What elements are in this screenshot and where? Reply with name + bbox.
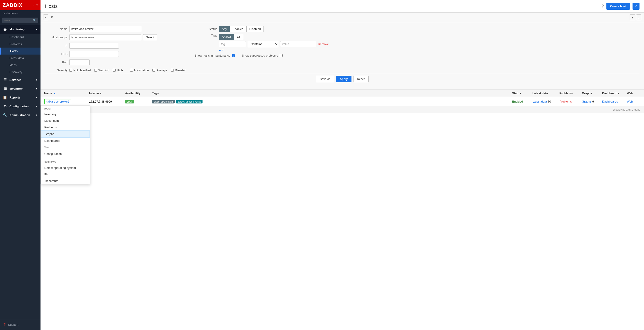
graphs-cell: Graphs 9 bbox=[582, 100, 602, 103]
interface-cell: 172.27.7.38:9999 bbox=[89, 100, 125, 103]
tags-or-button[interactable]: Or bbox=[234, 34, 243, 40]
sidebar-item-configuration[interactable]: ⚙ Configuration ▼ bbox=[0, 102, 40, 111]
host-name-link[interactable]: kafka-doc-broker1 bbox=[44, 99, 71, 104]
reset-button[interactable]: Reset bbox=[353, 76, 368, 82]
context-item-graphs[interactable]: Graphs bbox=[41, 130, 90, 137]
col-header-web[interactable]: Web bbox=[627, 92, 640, 95]
severity-checkboxes: Not classified Warning High Information bbox=[69, 69, 186, 72]
host-groups-label: Host groups bbox=[45, 36, 68, 39]
context-item-dashboards[interactable]: Dashboards bbox=[41, 137, 90, 144]
status-enabled-button[interactable]: Enabled bbox=[230, 26, 246, 32]
sidebar-item-inventory[interactable]: ▦ Inventory ▼ bbox=[0, 84, 40, 93]
context-item-detect-os[interactable]: Detect operating system bbox=[41, 164, 90, 171]
save-as-button[interactable]: Save as bbox=[316, 76, 334, 82]
tag-name-input[interactable] bbox=[219, 41, 246, 47]
context-item-traceroute[interactable]: Traceroute bbox=[41, 178, 90, 184]
sidebar-item-problems[interactable]: Problems bbox=[0, 41, 40, 48]
filter-panel: ‹ ▼ ▾ › Name Host groups bbox=[40, 13, 644, 90]
tag-value-input[interactable] bbox=[280, 41, 316, 47]
sidebar-search-input[interactable] bbox=[2, 18, 38, 23]
col-header-latest-data[interactable]: Latest data bbox=[532, 92, 560, 95]
expand-icon[interactable]: □ bbox=[36, 4, 38, 7]
severity-disaster-checkbox[interactable] bbox=[171, 69, 174, 72]
severity-warning[interactable]: Warning bbox=[94, 69, 109, 72]
sidebar-item-hosts[interactable]: Hosts bbox=[0, 48, 40, 55]
severity-average[interactable]: Average bbox=[152, 69, 167, 72]
main-content: Hosts ? Create host ⤢ ‹ ▼ ▾ › Name bbox=[40, 0, 644, 330]
tag-class-application: class: application bbox=[152, 100, 174, 103]
severity-high[interactable]: High bbox=[113, 69, 123, 72]
tags-group: And/Or Or bbox=[219, 34, 329, 40]
host-groups-select-button[interactable]: Select bbox=[143, 34, 157, 40]
maintenance-row: Show hosts in maintenance bbox=[195, 54, 235, 57]
sidebar-item-maps[interactable]: Maps bbox=[0, 62, 40, 69]
tag-condition-select[interactable]: Contains Equals Does not contain Does no… bbox=[248, 41, 278, 47]
col-header-dashboards[interactable]: Dashboards bbox=[602, 92, 627, 95]
port-input[interactable] bbox=[69, 59, 90, 65]
name-input[interactable] bbox=[69, 26, 141, 32]
graphs-link[interactable]: Graphs bbox=[582, 100, 592, 103]
context-item-ping[interactable]: Ping bbox=[41, 171, 90, 178]
table-row: kafka-doc-broker1 HOST Inventory Latest … bbox=[40, 97, 644, 106]
sidebar-item-dashboard[interactable]: Dashboard bbox=[0, 34, 40, 41]
sidebar-item-latest-data[interactable]: Latest data bbox=[0, 55, 40, 62]
severity-disaster[interactable]: Disaster bbox=[171, 69, 186, 72]
col-header-status[interactable]: Status bbox=[512, 92, 532, 95]
col-header-interface[interactable]: Interface bbox=[89, 92, 125, 95]
severity-information[interactable]: Information bbox=[130, 69, 149, 72]
support-link[interactable]: ❓ Support bbox=[3, 322, 38, 328]
context-item-problems[interactable]: Problems bbox=[41, 124, 90, 130]
problems-link[interactable]: Problems bbox=[560, 100, 572, 103]
sidebar-item-services[interactable]: ☰ Services ▼ bbox=[0, 76, 40, 84]
search-icon: 🔍 bbox=[33, 19, 36, 22]
sidebar-item-discovery[interactable]: Discovery bbox=[0, 69, 40, 76]
context-item-configuration[interactable]: Configuration bbox=[41, 150, 90, 157]
sidebar-item-reports[interactable]: 📋 Reports ▼ bbox=[0, 93, 40, 102]
dashboards-link[interactable]: Dashboards bbox=[602, 100, 618, 103]
severity-warning-checkbox[interactable] bbox=[94, 69, 97, 72]
filter-forward-button[interactable]: › bbox=[636, 15, 641, 20]
sidebar-item-administration[interactable]: 🔧 Administration ▼ bbox=[0, 111, 40, 119]
severity-average-checkbox[interactable] bbox=[152, 69, 155, 72]
sidebar-item-monitoring[interactable]: ◉ Monitoring ▲ bbox=[0, 25, 40, 34]
context-item-web[interactable]: Web bbox=[41, 144, 90, 150]
col-header-name[interactable]: Name ▲ bbox=[44, 92, 89, 95]
fullscreen-button[interactable]: ⤢ bbox=[632, 3, 640, 10]
filter-down-button[interactable]: ▾ bbox=[630, 15, 635, 20]
ip-label: IP bbox=[45, 44, 68, 47]
ip-input[interactable] bbox=[69, 43, 119, 49]
suppressed-checkbox[interactable] bbox=[280, 54, 282, 57]
filter-icon-button[interactable]: ▼ bbox=[50, 15, 54, 19]
col-header-tags[interactable]: Tags bbox=[152, 92, 512, 95]
remove-tag-link[interactable]: Remove bbox=[318, 42, 329, 46]
host-groups-input[interactable] bbox=[69, 34, 141, 40]
col-header-availability[interactable]: Availability bbox=[125, 92, 152, 95]
add-tag-link[interactable]: Add bbox=[219, 49, 224, 52]
create-host-button[interactable]: Create host bbox=[606, 3, 630, 10]
severity-not-classified-checkbox[interactable] bbox=[69, 69, 72, 72]
help-icon[interactable]: ? bbox=[602, 4, 604, 9]
context-item-inventory[interactable]: Inventory bbox=[41, 111, 90, 117]
services-label: Services bbox=[10, 78, 22, 82]
col-header-graphs[interactable]: Graphs bbox=[582, 92, 602, 95]
filter-hostgroups-field: Host groups Select bbox=[45, 34, 186, 40]
filter-status-field: Status Any Enabled Disabled bbox=[195, 26, 329, 32]
severity-not-classified[interactable]: Not classified bbox=[69, 69, 91, 72]
status-any-button[interactable]: Any bbox=[219, 26, 230, 32]
latest-data-link[interactable]: Latest data bbox=[532, 100, 547, 103]
configuration-label: Configuration bbox=[10, 105, 28, 108]
tags-and-or-button[interactable]: And/Or bbox=[219, 34, 234, 40]
collapse-icon[interactable]: « bbox=[33, 4, 35, 7]
dns-input[interactable] bbox=[69, 51, 119, 57]
context-item-latest-data[interactable]: Latest data bbox=[41, 117, 90, 124]
context-scripts-section-label: SCRIPTS bbox=[41, 159, 90, 164]
status-disabled-button[interactable]: Disabled bbox=[246, 26, 264, 32]
filter-back-button[interactable]: ‹ bbox=[43, 15, 48, 20]
maintenance-checkbox[interactable] bbox=[232, 54, 235, 57]
hosts-table: Name ▲ Interface Availability Tags Statu… bbox=[40, 90, 644, 330]
col-header-problems[interactable]: Problems bbox=[560, 92, 582, 95]
apply-button[interactable]: Apply bbox=[336, 76, 351, 82]
web-link[interactable]: Web bbox=[627, 100, 633, 103]
severity-information-checkbox[interactable] bbox=[130, 69, 133, 72]
severity-high-checkbox[interactable] bbox=[113, 69, 116, 72]
